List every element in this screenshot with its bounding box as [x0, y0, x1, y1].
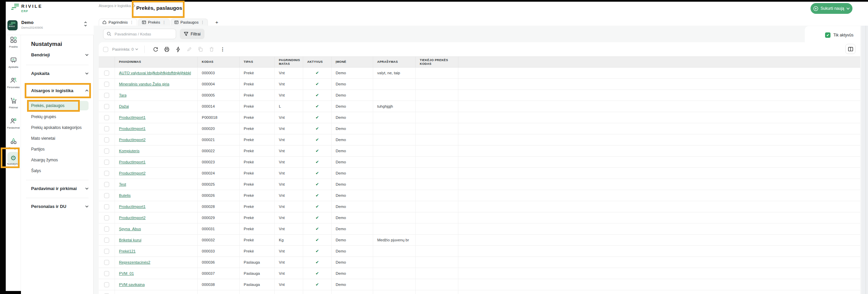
product-link[interactable]: ProductImport1	[119, 115, 146, 119]
product-link[interactable]: ProductImport2	[119, 216, 146, 220]
kebab-icon[interactable]: ⋮	[217, 45, 228, 54]
product-link[interactable]: Prekė121	[119, 249, 136, 253]
product-link[interactable]: PVM savikaina	[119, 283, 145, 287]
scrollbar-track[interactable]	[861, 2, 868, 294]
product-link[interactable]: Mineralinis vanduo Žalia giria	[119, 82, 169, 86]
row-checkbox[interactable]	[104, 171, 109, 176]
sidebar-item-pirkimai[interactable]: Pirkimai	[6, 97, 21, 109]
row-checkbox[interactable]	[104, 271, 109, 276]
sidebar-item-pardavimai[interactable]: Pardavimai	[6, 117, 21, 129]
row-checkbox[interactable]	[104, 104, 109, 109]
product-link[interactable]: Reprezentacinės2	[119, 260, 150, 264]
delete-icon[interactable]	[206, 45, 217, 54]
row-checkbox[interactable]	[104, 71, 109, 76]
sidebar-item-apskaita[interactable]: Apskaita	[6, 57, 21, 69]
product-link[interactable]: ProductImport1	[119, 127, 146, 131]
copy-icon[interactable]	[195, 45, 206, 54]
column-header[interactable]: AKTYVUS	[303, 57, 332, 67]
column-settings-button[interactable]	[845, 44, 855, 54]
product-link[interactable]: AUTO valytuvai ldsjfkdsjhfkjdsffdnjkljhk…	[119, 71, 191, 75]
cell-tiekejo	[416, 134, 458, 145]
row-checkbox[interactable]	[104, 204, 109, 209]
sidebar-item-mato-vienetai[interactable]: Mato vienetai	[31, 136, 89, 141]
row-checkbox[interactable]	[104, 160, 109, 165]
row-checkbox[interactable]	[104, 282, 109, 287]
flash-icon[interactable]	[172, 45, 184, 54]
tab-prekes[interactable]: Prekės⋮	[138, 19, 170, 26]
tab-menu-icon[interactable]: ⋮	[162, 20, 166, 25]
product-link[interactable]: Test	[119, 182, 126, 186]
row-checkbox[interactable]	[104, 126, 109, 131]
product-link[interactable]: Briketai kurui	[119, 238, 141, 242]
column-header[interactable]: APRAŠYMAS	[373, 57, 416, 67]
product-link[interactable]: ProductImport1	[119, 205, 146, 209]
company-switcher-icon[interactable]	[84, 21, 87, 28]
refresh-icon[interactable]	[150, 45, 161, 54]
sidebar-item-personalas[interactable]: Personalas	[6, 77, 21, 89]
column-header[interactable]: TIPAS	[240, 57, 275, 67]
tab-paslaugos[interactable]: Paslaugos⋮	[171, 19, 208, 26]
menu-logo-icon[interactable]	[11, 4, 19, 10]
row-checkbox[interactable]	[104, 82, 109, 87]
filter-button[interactable]: Filtrai	[180, 29, 204, 39]
tab-menu-icon[interactable]: ⋮	[200, 20, 204, 25]
row-checkbox[interactable]	[104, 249, 109, 254]
column-header[interactable]: ĮMONĖ	[332, 57, 373, 67]
product-link[interactable]: Butelis	[119, 193, 131, 197]
sidebar-item-atsargos[interactable]: Atsargos	[6, 138, 21, 150]
selected-count[interactable]: Pasirinkta: 0	[112, 47, 138, 51]
sidebar-item-partijos[interactable]: Partijos	[31, 147, 89, 152]
breadcrumb-item[interactable]: Atsargos ir logistika	[99, 4, 131, 8]
column-header[interactable]: KODAS	[198, 57, 240, 67]
column-header[interactable]: PAGRINDINIS MATAS	[275, 57, 303, 67]
cell-filler	[458, 290, 860, 294]
tab-pagrindinis[interactable]: Pagrindinis⋮	[99, 19, 137, 26]
sidebar-section-bendrieji[interactable]: Bendrieji	[31, 52, 89, 57]
row-checkbox[interactable]	[104, 238, 109, 243]
product-link[interactable]: ProductImport1	[119, 160, 146, 164]
product-link[interactable]: Dažai	[119, 104, 129, 108]
row-checkbox[interactable]	[104, 115, 109, 120]
row-checkbox[interactable]	[104, 137, 109, 142]
row-checkbox[interactable]	[104, 182, 109, 187]
product-link[interactable]: PVM_01	[119, 271, 134, 275]
only-active-checkbox[interactable]: ✔	[825, 32, 830, 38]
active-check-icon: ✔	[315, 93, 319, 98]
sidebar-section-atsargos-logistika[interactable]: Atsargos ir logistika	[31, 88, 89, 93]
row-checkbox[interactable]	[104, 260, 109, 265]
table-row: Spyna_Abus000031PrekėVnt✔Demo	[99, 223, 860, 235]
sidebar-item-atsargu-zymos[interactable]: Atsargų žymos	[31, 158, 89, 162]
sidebar-item-nustatymai[interactable]: ⚙ Nustatymai	[6, 155, 21, 165]
search-input[interactable]	[114, 32, 168, 36]
sidebar-item-salys[interactable]: Šalys	[31, 168, 89, 173]
row-checkbox[interactable]	[104, 215, 109, 220]
settings-sidebar: Nustatymai Bendrieji Apskaita Atsargos i…	[21, 35, 94, 294]
product-link[interactable]: Spyna_Abus	[119, 227, 141, 231]
cell-tipas: Prekė	[240, 201, 275, 212]
cell-filler	[458, 212, 860, 223]
row-checkbox[interactable]	[104, 93, 109, 98]
tab-menu-icon[interactable]: ⋮	[130, 20, 134, 25]
column-header[interactable]: TIEKĖJO PREKĖS KODAS	[416, 57, 458, 67]
select-all-checkbox[interactable]	[103, 47, 108, 52]
add-tab-button[interactable]: +	[212, 19, 222, 26]
breadcrumb[interactable]: Atsargos ir logistika	[99, 4, 136, 8]
create-new-button[interactable]: Sukurti naują	[811, 3, 852, 14]
sidebar-section-pardavimai-pirkimai[interactable]: Pardavimai ir pirkimai	[31, 186, 89, 191]
row-checkbox[interactable]	[104, 226, 109, 232]
column-header[interactable]: PAVADINIMAS	[115, 57, 198, 67]
product-link[interactable]: ProductImport2	[119, 171, 146, 175]
row-checkbox[interactable]	[104, 149, 109, 154]
sidebar-section-apskaita[interactable]: Apskaita	[31, 71, 89, 76]
product-link[interactable]: Tara	[119, 93, 126, 97]
product-link[interactable]: Kompiuteris	[119, 149, 140, 153]
sidebar-section-personalas-du[interactable]: Personalas ir DU	[31, 204, 89, 209]
sidebar-item-prekes-paslaugos[interactable]: Prekės, paslaugos	[31, 103, 89, 108]
row-checkbox[interactable]	[104, 193, 109, 198]
sidebar-item-pradzia[interactable]: Pradžia	[6, 36, 21, 48]
sidebar-item-prekiu-apskaitos-kategorijos[interactable]: Prekių apskaitos kategorijos	[31, 125, 89, 130]
sidebar-item-prekiu-grupes[interactable]: Prekių grupės	[31, 114, 89, 119]
print-icon[interactable]	[161, 45, 172, 54]
product-link[interactable]: ProductImport2	[119, 138, 146, 142]
edit-icon[interactable]	[184, 45, 195, 54]
